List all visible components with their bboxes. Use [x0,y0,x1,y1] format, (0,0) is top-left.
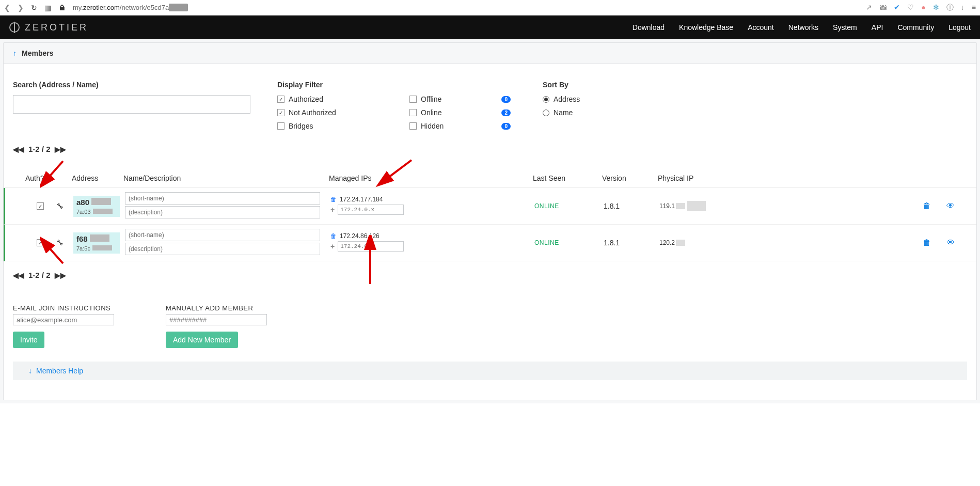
address-cell[interactable]: a80 7a:03 [73,196,120,217]
wrench-icon[interactable]: 🔧︎ [56,239,64,247]
description-input[interactable] [125,243,320,255]
delete-ip-icon[interactable]: 🗑︎ [330,232,337,240]
table-header: Auth? Address Name/Description Managed I… [4,168,976,188]
shortname-input[interactable] [125,192,320,205]
lbl-authorized: Authorized [289,95,323,103]
chk-notauth[interactable]: ✓ [277,109,284,116]
share-icon[interactable]: ↗ [866,3,872,12]
last-seen: ONLINE [534,202,604,210]
reload-icon[interactable]: ↻ [31,4,37,12]
address-cell[interactable]: f68 7a:5c [73,232,120,254]
back-icon[interactable]: ❮ [4,4,10,12]
ext2-icon[interactable]: ✻ [933,3,939,12]
nav-logout[interactable]: Logout [949,23,971,32]
page-range: 1-2 / 2 [28,271,51,279]
wrench-icon[interactable]: 🔧︎ [56,202,64,210]
page-first-icon[interactable]: ◀◀ [13,145,24,153]
apps-icon[interactable]: ▦ [44,4,51,12]
brand-logo[interactable]: ZEROTIER [9,22,88,33]
nav-account[interactable]: Account [748,23,774,32]
ip-input[interactable] [338,205,404,215]
chk-offline[interactable] [409,96,417,103]
col-address: Address [72,174,123,182]
chk-online[interactable] [409,109,417,116]
download-icon[interactable]: ↓ [961,3,965,12]
collapse-icon: ↑ [13,49,17,57]
lbl-bridges: Bridges [289,122,313,130]
col-ips: Managed IPs [329,174,533,182]
add-ip-icon[interactable]: + [330,242,335,250]
brand-text: ZEROTIER [25,22,88,33]
auth-checkbox[interactable]: ✓ [37,202,44,210]
url-bar[interactable]: my.zerotier.com/network/e5cd7axx [73,4,859,11]
add-member-button[interactable]: Add New Member [166,332,238,348]
lbl-sort-name: Name [554,108,573,117]
badge-offline: 0 [501,96,511,103]
shield-icon[interactable]: ✔ [894,3,900,12]
lbl-sort-address: Address [554,95,580,103]
delete-ip-icon[interactable]: 🗑︎ [330,196,337,203]
camera-icon[interactable]: 📷︎ [879,3,887,12]
nav-kb[interactable]: Knowledge Base [679,23,733,32]
email-label: E-MAIL JOIN INSTRUCTIONS [13,304,114,312]
description-input[interactable] [125,206,320,218]
members-help-link[interactable]: ↓ Members Help [13,362,967,380]
hide-row-icon[interactable]: 👁︎ [946,238,955,247]
email-input[interactable] [13,314,114,325]
ip-input[interactable] [338,241,404,252]
auth-checkbox[interactable]: ✓ [37,239,44,246]
nav-system[interactable]: System [833,23,857,32]
col-seen: Last Seen [533,174,602,182]
chk-bridges[interactable] [277,122,284,130]
heart-icon[interactable]: ♡ [907,3,914,12]
col-name: Name/Description [123,174,329,182]
chk-hidden[interactable] [409,122,417,130]
card-header[interactable]: ↑ Members [4,43,976,64]
menu-icon[interactable]: ≡ [972,3,976,12]
table-row: ✓ 🔧︎ a80 7a:03 🗑︎172.24.177.184 + ONLINE… [4,188,976,225]
nav-links: Download Knowledge Base Account Networks… [633,23,971,32]
col-version: Version [602,174,658,182]
manual-input[interactable] [166,314,267,325]
browser-chrome: ❮ ❯ ↻ ▦ 🔒︎ my.zerotier.com/network/e5cd7… [0,0,980,15]
ext1-icon[interactable]: ● [921,3,925,12]
managed-ip: 172.24.86.126 [340,232,380,240]
radio-address[interactable] [543,96,549,103]
table-row: ✓ 🔧︎ f68 7a:5c 🗑︎172.24.86.126 + ONLINE … [4,225,976,261]
manual-label: MANUALLY ADD MEMBER [166,304,267,312]
page-first-icon[interactable]: ◀◀ [13,271,24,279]
invite-button[interactable]: Invite [13,332,44,348]
delete-row-icon[interactable]: 🗑︎ [923,238,931,247]
radio-name[interactable] [543,109,549,116]
page-last-icon[interactable]: ▶▶ [55,271,66,279]
lbl-offline: Offline [421,95,441,103]
nav-networks[interactable]: Networks [788,23,818,32]
lock-icon: 🔒︎ [58,4,66,12]
chk-authorized[interactable]: ✓ [277,96,284,103]
down-arrow-icon: ↓ [28,367,32,375]
version-text: 1.8.1 [604,239,659,247]
add-ip-icon[interactable]: + [330,206,335,214]
ext3-icon[interactable]: ⓘ [946,3,954,12]
lbl-online: Online [421,108,441,117]
members-card: ↑ Members Search (Address / Name) Displa… [3,42,977,400]
lbl-notauth: Not Authorized [289,108,336,117]
delete-row-icon[interactable]: 🗑︎ [923,201,931,211]
shortname-input[interactable] [125,229,320,241]
search-input[interactable] [13,95,250,114]
badge-hidden: 0 [501,123,511,130]
physical-ip: 119.1 [659,201,756,211]
forward-icon[interactable]: ❯ [18,4,24,12]
page-last-icon[interactable]: ▶▶ [55,145,66,153]
search-label: Search (Address / Name) [13,81,277,89]
sort-label: Sort By [543,81,967,89]
nav-community[interactable]: Community [897,23,934,32]
top-nav: ZEROTIER Download Knowledge Base Account… [0,15,980,39]
lbl-hidden: Hidden [421,122,444,130]
badge-online: 2 [501,109,511,116]
version-text: 1.8.1 [604,202,659,210]
nav-api[interactable]: API [872,23,883,32]
hide-row-icon[interactable]: 👁︎ [946,201,955,211]
col-auth: Auth? [25,174,72,182]
nav-download[interactable]: Download [633,23,665,32]
